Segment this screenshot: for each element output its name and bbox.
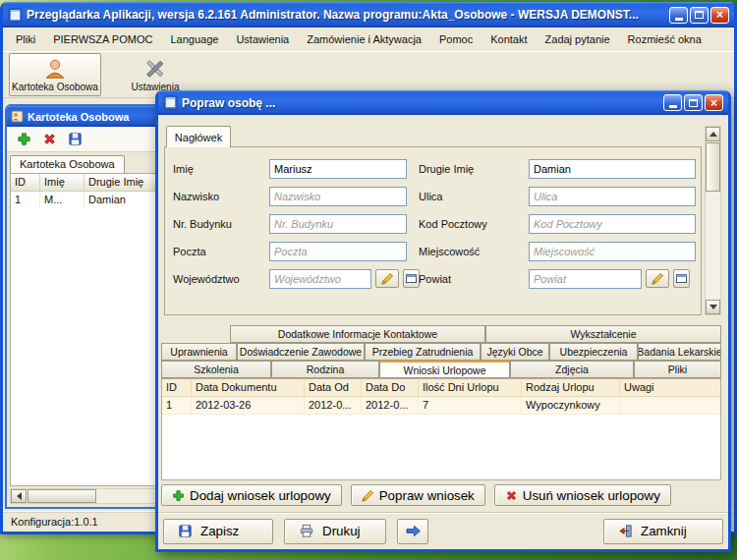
main-titlebar[interactable]: Przeglądarka Aplikacji, wersja 6.2.161 A…: [3, 2, 734, 28]
menubar: Pliki PIERWSZA POMOC Language Ustawienia…: [3, 28, 734, 51]
edit-leave-request-button[interactable]: Popraw wniosek: [351, 484, 485, 506]
form-row: Nazwisko Ulica: [165, 187, 701, 206]
input-kod-pocztowy[interactable]: [529, 214, 696, 234]
input-nr-budynku[interactable]: [269, 214, 407, 234]
desktop: Przeglądarka Aplikacji, wersja 6.2.161 A…: [0, 0, 737, 560]
input-nazwisko[interactable]: [269, 187, 407, 206]
menu-item-kontakt[interactable]: Kontakt: [482, 31, 536, 47]
save-button[interactable]: Zapisz: [163, 519, 273, 544]
print-button[interactable]: Drukuj: [284, 519, 386, 544]
menu-item-zadaj-pytanie[interactable]: Zadaj pytanie: [537, 31, 619, 47]
menu-item-ustawienia[interactable]: Ustawienia: [227, 31, 298, 47]
tab-przebieg-zatrudnienia[interactable]: Przebieg Zatrudnienia: [365, 343, 481, 361]
dialog-minimize-button[interactable]: [663, 94, 682, 111]
minimize-icon: [669, 105, 677, 108]
close-button[interactable]: ×: [710, 7, 729, 24]
next-button[interactable]: [397, 519, 428, 544]
lookup-powiat-button[interactable]: [673, 269, 690, 288]
menu-item-language[interactable]: Language: [161, 31, 227, 47]
tab-badania-lekarskie[interactable]: Badania Lekarskie: [638, 343, 721, 361]
column-header-ilosc-dni-urlopu[interactable]: Ilość Dni Urlopu: [419, 379, 522, 396]
tab-ubezpieczenia[interactable]: Ubezpieczenia: [549, 343, 638, 361]
input-ulica[interactable]: [529, 187, 696, 206]
dialog-maximize-button[interactable]: [684, 94, 703, 111]
add-leave-request-button[interactable]: Dodaj wniosek urlopowy: [161, 484, 342, 506]
input-wojewodztwo[interactable]: [269, 269, 371, 289]
add-leave-label: Dodaj wniosek urlopowy: [190, 488, 331, 503]
scrollbar-thumb[interactable]: [28, 489, 96, 503]
lookup-wojewodztwo-button[interactable]: [403, 269, 420, 288]
tab-szkolenia[interactable]: Szkolenia: [161, 361, 271, 378]
dialog-popraw-osobe: Popraw osobę ... × Nagłówek Imię Drugie …: [155, 90, 731, 552]
dialog-close-button[interactable]: ×: [705, 94, 723, 111]
save-record-button[interactable]: [66, 131, 84, 148]
column-header-id[interactable]: ID: [11, 174, 40, 191]
close-dialog-button[interactable]: Zamknij: [603, 519, 723, 544]
tools-icon: [143, 57, 167, 81]
label-imie: Imię: [173, 163, 194, 175]
menu-item-pomoc[interactable]: Pomoc: [430, 31, 482, 47]
column-header-data-do[interactable]: Data Do: [362, 379, 419, 396]
close-icon: ×: [710, 96, 717, 110]
minimize-button[interactable]: [669, 7, 688, 24]
delete-record-button[interactable]: [40, 131, 58, 148]
save-icon: [178, 524, 193, 538]
form-row: Poczta Miejscowość: [165, 242, 701, 261]
tab-rodzina[interactable]: Rodzina: [271, 361, 379, 378]
status-text: Konfiguracja:1.0.1: [11, 516, 98, 528]
scroll-down-button[interactable]: [706, 300, 720, 314]
scroll-left-button[interactable]: [11, 489, 27, 503]
tab-pliki[interactable]: Pliki: [634, 361, 721, 378]
column-header-id[interactable]: ID: [162, 379, 192, 396]
input-miejscowosc[interactable]: [529, 242, 696, 261]
column-header-data-od[interactable]: Data Od: [305, 379, 362, 396]
menu-item-rozmiesc-okna[interactable]: Rozmieść okna: [619, 31, 710, 47]
cell-data-dokumentu: 2012-03-26: [192, 397, 305, 414]
exit-door-icon: [618, 524, 633, 538]
form-row: Nr. Budynku Kod Pocztowy: [165, 214, 701, 234]
edit-powiat-button[interactable]: [646, 269, 669, 288]
column-header-data-dokumentu[interactable]: Data Dokumentu: [192, 379, 305, 396]
scrollbar-thumb[interactable]: [706, 142, 720, 192]
printer-icon: [299, 524, 314, 538]
tab-zdjecia[interactable]: Zdjęcia: [510, 361, 634, 378]
menu-item-zamowienie-i-aktywacja[interactable]: Zamówienie i Aktywacja: [298, 31, 430, 47]
vertical-scrollbar[interactable]: [705, 126, 721, 315]
dialog-titlebar[interactable]: Popraw osobę ... ×: [158, 90, 728, 115]
menu-item-pierwsza-pomoc[interactable]: PIERWSZA POMOC: [44, 31, 161, 47]
column-header-rodzaj-urlopu[interactable]: Rodzaj Urlopu: [522, 379, 620, 396]
tab-jezyki-obce[interactable]: Języki Obce: [481, 343, 549, 361]
tab-doswiadczenie-zawodowe[interactable]: Doświadczenie Zawodowe: [237, 343, 365, 361]
delete-leave-request-button[interactable]: Usuń wniosek urlopowy: [494, 484, 671, 506]
tab-wnioski-urlopowe[interactable]: Wnioski Urlopowe: [379, 361, 510, 378]
maximize-icon: [695, 11, 704, 19]
tab-dodatkowe-informacje-kontaktowe[interactable]: Dodatkowe Informacje Kontaktowe: [230, 325, 485, 343]
form-row: Imię Drugie Imię: [165, 159, 701, 179]
input-poczta[interactable]: [269, 242, 407, 261]
close-dialog-label: Zamknij: [641, 524, 687, 538]
input-powiat[interactable]: [529, 269, 642, 289]
edit-wojewodztwo-button[interactable]: [375, 269, 399, 288]
tab-kartoteka-osobowa[interactable]: Kartoteka Osobowa: [10, 155, 125, 173]
column-header-uwagi[interactable]: Uwagi: [620, 379, 720, 396]
main-window-title: Przeglądarka Aplikacji, wersja 6.2.161 A…: [27, 8, 665, 22]
tab-naglowek[interactable]: Nagłówek: [166, 126, 231, 147]
label-nazwisko: Nazwisko: [173, 191, 219, 202]
table-row[interactable]: 1 2012-03-26 2012-0... 2012-0... 7 Wypoc…: [162, 397, 720, 415]
menu-item-pliki[interactable]: Pliki: [7, 31, 44, 47]
input-imie[interactable]: [269, 159, 407, 179]
arrow-down-icon: [709, 305, 717, 309]
toolbar-kartoteka-osobowa-button[interactable]: Kartoteka Osobowa: [9, 53, 101, 96]
maximize-button[interactable]: [690, 7, 709, 24]
cell-ilosc-dni: 7: [419, 397, 522, 414]
input-drugie-imie[interactable]: [529, 159, 696, 179]
form-row: Województwo Powiat: [165, 269, 701, 289]
scroll-up-button[interactable]: [706, 127, 720, 141]
tab-uprawnienia[interactable]: Uprawnienia: [161, 343, 237, 361]
tab-wyksztalcenie[interactable]: Wykształcenie: [485, 325, 721, 343]
add-record-button[interactable]: [15, 131, 32, 148]
section-tabs: Dodatkowe Informacje Kontaktowe Wykształ…: [161, 325, 721, 378]
tab-row-1: Dodatkowe Informacje Kontaktowe Wykształ…: [161, 325, 721, 343]
arrow-left-icon: [17, 492, 22, 500]
column-header-imie[interactable]: Imię: [40, 174, 85, 191]
